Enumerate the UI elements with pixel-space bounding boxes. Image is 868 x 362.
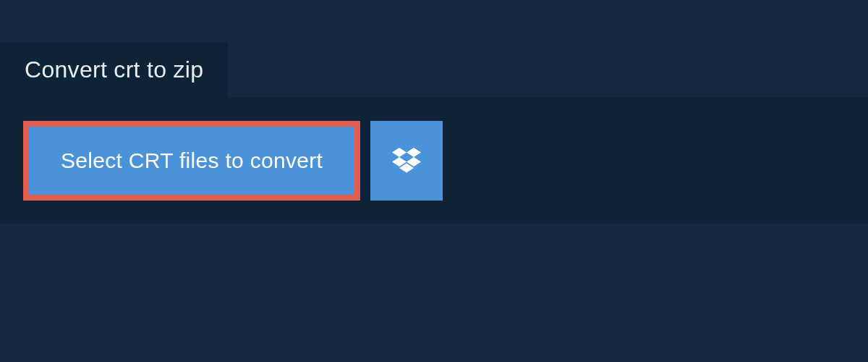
tab-convert[interactable]: Convert crt to zip	[0, 42, 228, 98]
main-panel: Select CRT files to convert	[0, 98, 868, 224]
dropbox-button[interactable]	[370, 121, 443, 201]
tab-label: Convert crt to zip	[25, 56, 203, 83]
tab-bar: Convert crt to zip	[0, 42, 868, 98]
select-files-button[interactable]: Select CRT files to convert	[23, 121, 360, 201]
dropbox-icon	[392, 148, 421, 174]
select-files-label: Select CRT files to convert	[61, 148, 323, 173]
